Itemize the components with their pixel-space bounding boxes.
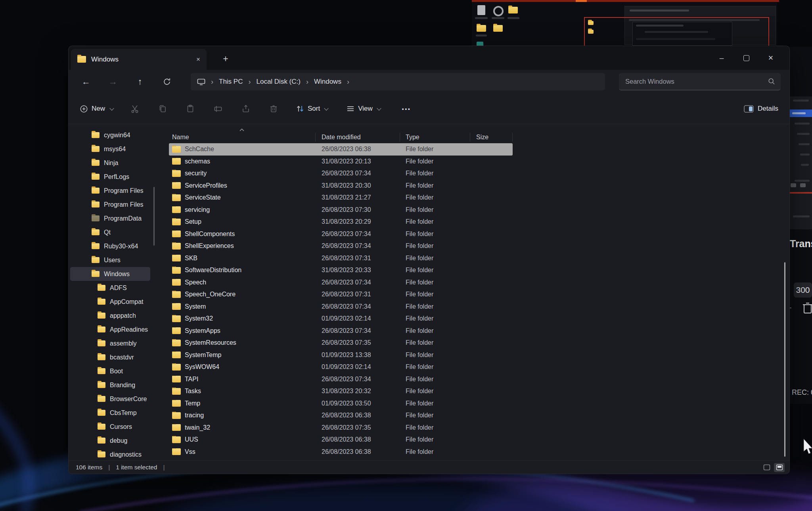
sidebar-item[interactable]: CbsTemp xyxy=(70,406,150,420)
folder-icon xyxy=(92,271,100,277)
file-row[interactable]: Setup 31/08/2023 20:29 File folder xyxy=(169,216,513,228)
file-type: File folder xyxy=(400,388,470,395)
details-pane-button[interactable]: Details xyxy=(744,105,778,113)
sort-button[interactable]: Sort xyxy=(296,104,328,113)
sidebar-item[interactable]: debug xyxy=(70,434,150,448)
sidebar-item[interactable]: Program Files xyxy=(70,184,150,198)
breadcrumb[interactable]: › This PC › Local Disk (C:) › Windows › xyxy=(191,73,605,90)
view-button[interactable]: View xyxy=(346,104,381,113)
sidebar-item[interactable]: Qt xyxy=(70,225,150,239)
file-row[interactable]: Tasks 31/08/2023 20:32 File folder xyxy=(169,385,513,398)
rename-button[interactable] xyxy=(213,103,224,114)
file-row[interactable]: SystemApps 26/08/2023 07:34 File folder xyxy=(169,325,513,337)
sidebar-item[interactable]: BrowserCore xyxy=(70,392,150,406)
up-button[interactable]: ↑ xyxy=(134,76,146,87)
file-row[interactable]: twain_32 26/08/2023 07:35 File folder xyxy=(169,422,513,434)
search-icon[interactable] xyxy=(768,78,775,85)
file-row[interactable]: tracing 26/08/2023 06:38 File folder xyxy=(169,409,513,422)
more-options-button[interactable]: … xyxy=(400,103,412,114)
delete-button[interactable] xyxy=(268,103,279,114)
cut-button[interactable] xyxy=(129,103,140,114)
file-row[interactable]: System32 01/09/2023 02:14 File folder xyxy=(169,313,513,325)
file-row[interactable]: Speech 26/08/2023 07:34 File folder xyxy=(169,277,513,289)
sidebar-item-label: CbsTemp xyxy=(110,409,137,417)
sidebar-scrollbar[interactable] xyxy=(153,187,155,246)
column-header-date-modified[interactable]: Date modified xyxy=(316,133,400,142)
column-header-name[interactable]: Name xyxy=(169,133,316,142)
file-row[interactable]: SKB 26/08/2023 07:31 File folder xyxy=(169,252,513,265)
file-row[interactable]: ServiceProfiles 31/08/2023 20:30 File fo… xyxy=(169,180,513,192)
status-separator: | xyxy=(108,464,110,471)
file-row[interactable]: ShellComponents 26/08/2023 07:34 File fo… xyxy=(169,228,513,240)
large-icons-view-toggle[interactable] xyxy=(761,463,772,472)
sidebar-item[interactable]: Ruby30-x64 xyxy=(70,239,150,253)
sidebar-item[interactable]: Users xyxy=(70,253,150,267)
minimize-button[interactable]: – xyxy=(709,49,734,67)
sidebar-item-label: cygwin64 xyxy=(104,132,130,139)
sidebar-item-label: bcastdvr xyxy=(110,354,134,361)
sidebar-item[interactable]: diagnostics xyxy=(70,448,150,461)
transition-duration-value[interactable]: 300 xyxy=(794,282,812,298)
new-tab-button[interactable]: + xyxy=(218,52,233,66)
sidebar-item[interactable]: ADFS xyxy=(70,281,150,295)
tab-windows[interactable]: Windows × xyxy=(71,49,207,70)
file-row[interactable]: security 26/08/2023 07:34 File folder xyxy=(169,167,513,180)
sidebar-item[interactable]: AppReadines xyxy=(70,323,150,336)
sidebar-item[interactable]: assembly xyxy=(70,336,150,350)
sidebar-item-label: Cursors xyxy=(110,423,132,430)
sidebar-item[interactable]: Ninja xyxy=(70,156,150,170)
share-button[interactable] xyxy=(240,103,251,114)
forward-button[interactable]: → xyxy=(107,76,119,87)
maximize-button[interactable] xyxy=(734,49,758,67)
file-row[interactable]: System 26/08/2023 07:34 File folder xyxy=(169,301,513,313)
sidebar-item[interactable]: msys64 xyxy=(70,142,150,156)
file-row[interactable]: servicing 26/08/2023 07:30 File folder xyxy=(169,204,513,216)
sidebar-item[interactable]: apppatch xyxy=(70,309,150,323)
file-row[interactable]: Speech_OneCore 26/08/2023 07:31 File fol… xyxy=(169,288,513,301)
file-list-scrollbar[interactable] xyxy=(784,262,785,457)
copy-button[interactable] xyxy=(157,103,168,114)
column-header-type[interactable]: Type xyxy=(400,133,470,142)
sidebar-item[interactable]: cygwin64 xyxy=(70,128,150,142)
paste-button[interactable] xyxy=(185,103,196,114)
file-name: Speech xyxy=(185,279,206,286)
file-row[interactable]: SystemResources 26/08/2023 07:35 File fo… xyxy=(169,337,513,349)
breadcrumb-windows[interactable]: Windows xyxy=(314,78,341,86)
breadcrumb-local-disk[interactable]: Local Disk (C:) xyxy=(256,78,300,86)
file-row[interactable]: UUS 26/08/2023 06:38 File folder xyxy=(169,434,513,446)
details-view-toggle[interactable] xyxy=(774,463,785,472)
new-button[interactable]: New xyxy=(80,105,113,113)
sidebar-item[interactable]: bcastdvr xyxy=(70,350,150,364)
sidebar-item[interactable]: ProgramData xyxy=(70,211,150,225)
refresh-button[interactable] xyxy=(161,76,172,87)
close-button[interactable]: × xyxy=(758,49,783,67)
file-row[interactable]: SystemTemp 01/09/2023 13:38 File folder xyxy=(169,349,513,361)
file-row[interactable]: schemas 31/08/2023 20:13 File folder xyxy=(169,156,513,168)
sidebar-item[interactable]: PerfLogs xyxy=(70,170,150,184)
file-row[interactable]: TAPI 26/08/2023 07:34 File folder xyxy=(169,373,513,386)
file-name: ShellComponents xyxy=(185,231,235,238)
file-row[interactable]: ServiceState 31/08/2023 21:27 File folde… xyxy=(169,192,513,204)
sidebar-item[interactable]: Cursors xyxy=(70,420,150,434)
column-header-size[interactable]: Size xyxy=(470,133,513,142)
file-row[interactable]: SchCache 26/08/2023 06:38 File folder xyxy=(169,143,513,156)
file-row[interactable]: Temp 01/09/2023 03:50 File folder xyxy=(169,398,513,410)
trash-icon[interactable] xyxy=(802,302,812,314)
file-name: SoftwareDistribution xyxy=(185,267,241,274)
sidebar-item[interactable]: AppCompat xyxy=(70,295,150,309)
file-row[interactable]: Vss 26/08/2023 06:38 File folder xyxy=(169,446,513,458)
breadcrumb-this-pc[interactable]: This PC xyxy=(219,78,243,86)
back-button[interactable]: ← xyxy=(80,76,92,87)
background-red-underline xyxy=(789,192,812,194)
search-input[interactable] xyxy=(624,77,768,86)
sidebar-item[interactable]: Branding xyxy=(70,378,150,392)
file-row[interactable]: SysWOW64 01/09/2023 02:14 File folder xyxy=(169,361,513,373)
sidebar-item[interactable]: Boot xyxy=(70,364,150,378)
sidebar-item[interactable]: Windows xyxy=(70,267,150,281)
file-row[interactable]: ShellExperiences 26/08/2023 07:34 File f… xyxy=(169,240,513,252)
tab-close-icon[interactable]: × xyxy=(196,56,200,63)
file-row[interactable]: SoftwareDistribution 31/08/2023 20:33 Fi… xyxy=(169,264,513,277)
sidebar-item-label: Branding xyxy=(110,382,135,389)
folder-icon xyxy=(92,160,100,166)
sidebar-item[interactable]: Program Files xyxy=(70,198,150,211)
